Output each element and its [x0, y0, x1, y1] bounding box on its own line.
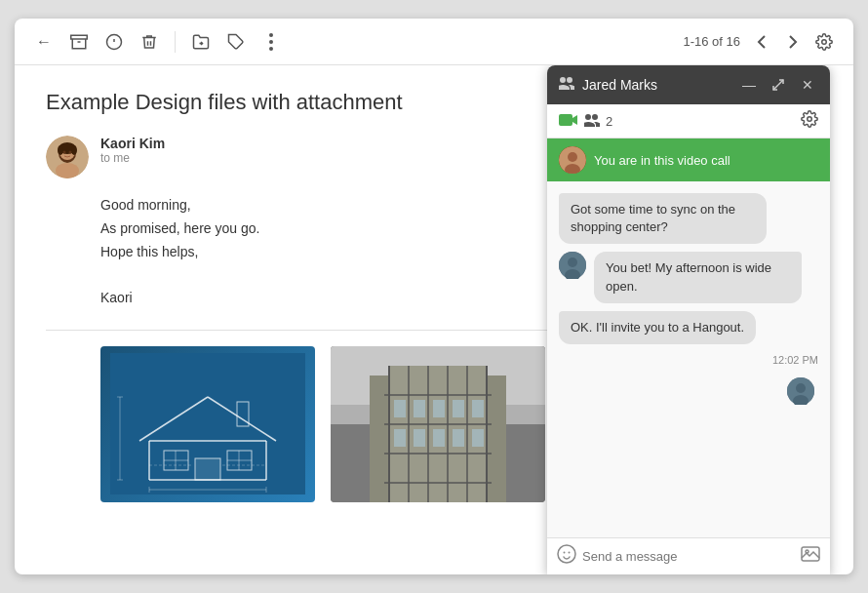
- email-client: ←: [15, 19, 853, 574]
- toolbar-divider: [175, 31, 176, 53]
- sender-avatar: [46, 136, 89, 178]
- chat-subheader: 2: [547, 104, 830, 138]
- chat-participants: 2: [559, 111, 612, 132]
- svg-rect-67: [453, 429, 464, 447]
- pagination-text: 1-16 of 16: [683, 34, 740, 49]
- svg-point-19: [69, 151, 72, 154]
- svg-rect-66: [433, 429, 445, 447]
- chat-expand-button[interactable]: [768, 74, 789, 96]
- video-call-status-text: You are in this video call: [594, 153, 730, 168]
- svg-point-82: [564, 552, 566, 554]
- sender-to: to me: [100, 151, 165, 165]
- chat-message-2: You bet! My afternoon is wide open.: [594, 252, 802, 302]
- svg-rect-65: [414, 429, 425, 447]
- label-button[interactable]: [222, 28, 250, 56]
- svg-point-79: [796, 383, 806, 393]
- chat-message-input[interactable]: [582, 549, 795, 564]
- prev-page-button[interactable]: [748, 28, 775, 56]
- email-subject: Example Design files with attachment: [46, 90, 403, 115]
- participant-count: 2: [606, 114, 612, 129]
- message-sender-avatar: [559, 252, 586, 279]
- svg-point-16: [58, 145, 63, 155]
- svg-point-73: [568, 152, 577, 162]
- svg-point-20: [56, 163, 79, 178]
- emoji-button[interactable]: [557, 544, 576, 569]
- svg-point-81: [558, 545, 575, 563]
- more-button[interactable]: [257, 28, 285, 56]
- svg-rect-60: [414, 400, 425, 417]
- attachment-blueprint[interactable]: [100, 346, 315, 502]
- alert-button[interactable]: [100, 28, 128, 56]
- image-attach-button[interactable]: [801, 544, 820, 569]
- svg-rect-68: [472, 429, 484, 447]
- toolbar: ←: [15, 19, 853, 65]
- back-button[interactable]: ←: [30, 28, 58, 56]
- svg-point-71: [808, 117, 812, 122]
- svg-rect-63: [472, 400, 484, 417]
- chat-message-1: Got some time to sync on the shopping ce…: [559, 193, 767, 244]
- svg-point-9: [269, 47, 273, 51]
- svg-point-8: [269, 40, 273, 44]
- chat-settings-button[interactable]: [801, 110, 818, 132]
- chat-close-button[interactable]: ✕: [797, 74, 818, 96]
- svg-point-7: [269, 33, 273, 37]
- email-body: Example Design files with attachment: [15, 65, 853, 574]
- svg-rect-0: [71, 35, 88, 39]
- svg-point-10: [822, 39, 827, 44]
- message-timestamp: 12:02 PM: [559, 354, 818, 366]
- chat-minimize-button[interactable]: —: [738, 74, 760, 96]
- sender-name: Kaori Kim: [100, 136, 165, 151]
- move-button[interactable]: [187, 28, 215, 56]
- chat-message-3: OK. I'll invite you to a Hangout.: [559, 311, 756, 344]
- toolbar-left: ←: [30, 28, 675, 56]
- video-call-icon: [559, 111, 578, 132]
- svg-rect-61: [433, 400, 445, 417]
- svg-point-83: [569, 552, 571, 554]
- chat-messages: Got some time to sync on the shopping ce…: [547, 181, 830, 537]
- chat-contact-name: Jared Marks: [582, 77, 730, 93]
- settings-button[interactable]: [810, 28, 838, 56]
- chat-header: Jared Marks — ✕: [547, 65, 830, 104]
- archive-button[interactable]: [65, 28, 93, 56]
- chat-popup: Jared Marks — ✕: [547, 65, 830, 574]
- svg-rect-59: [394, 400, 406, 417]
- video-call-user-avatar: [559, 146, 586, 174]
- chat-bottom-user-avatar: [787, 377, 814, 405]
- svg-rect-62: [453, 400, 464, 417]
- svg-rect-64: [394, 429, 406, 447]
- svg-point-76: [568, 257, 577, 267]
- svg-point-18: [63, 151, 66, 154]
- next-page-button[interactable]: [779, 28, 807, 56]
- sender-info: Kaori Kim to me: [100, 136, 165, 165]
- toolbar-right: 1-16 of 16: [683, 28, 838, 56]
- svg-rect-34: [195, 458, 220, 480]
- delete-button[interactable]: [136, 28, 163, 56]
- chat-input-row: [547, 537, 830, 574]
- video-call-banner[interactable]: You are in this video call: [547, 138, 830, 181]
- svg-point-17: [71, 145, 77, 155]
- participants-icon: [584, 114, 600, 128]
- chat-message-2-wrapper: You bet! My afternoon is wide open.: [559, 252, 818, 302]
- attachment-photo[interactable]: [331, 346, 545, 502]
- chat-header-people-icon: [559, 77, 574, 94]
